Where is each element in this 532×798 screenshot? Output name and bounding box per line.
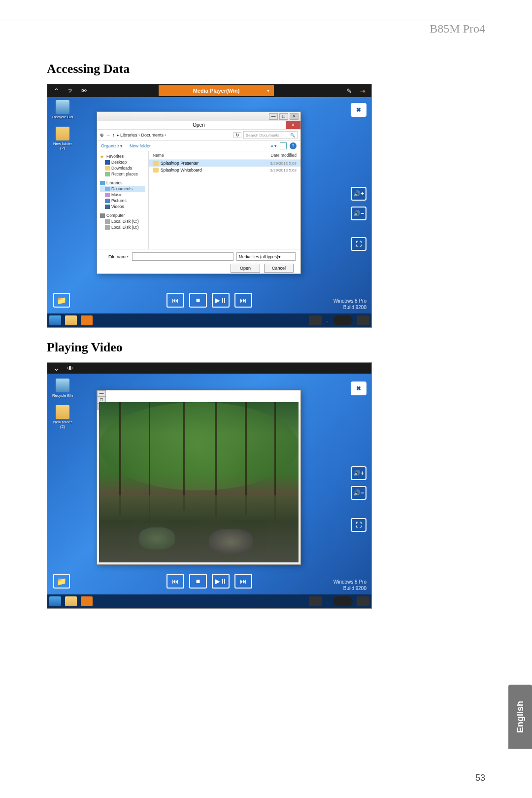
play-pause-button[interactable]: ▶⏸ [212,574,230,589]
dialog-footer: File name: Media files (all types) ▾ Ope… [97,249,300,276]
minimize-button[interactable]: — [269,113,278,120]
recycle-bin-icon[interactable]: Recycle Bin [50,379,75,398]
tree-computer[interactable]: Computer [100,212,145,218]
new-folder-label: New folder (2) [53,420,72,429]
tray-separator: - [324,318,331,323]
file-list: NameDate modified Splashtop Presenter3/2… [149,151,300,249]
screenshot-accessing-data: ⌃ ? 👁 Media Player(Win) ✎ ⇥ Recycle Bin … [47,84,372,328]
tree-local-c[interactable]: Local Disk (C:) [100,218,145,224]
play-pause-button[interactable]: ▶⏸ [212,293,230,308]
tree-recent[interactable]: Recent places [100,171,145,177]
header-rule [0,20,483,20]
breadcrumb[interactable]: ▸ Libraries › Documents › [117,133,232,138]
minimize-button[interactable]: — [97,390,106,397]
folder-icon [153,161,159,166]
tray-separator: - [324,599,331,604]
eye-icon[interactable]: 👁 [80,87,88,95]
volume-down-button[interactable]: 🔊− [351,207,366,220]
session-title[interactable]: Media Player(Win) [159,85,274,96]
tray-peek[interactable] [333,596,353,606]
keyboard-icon[interactable] [309,315,322,325]
file-type-select[interactable]: Media files (all types) ▾ [236,252,296,261]
explorer-icon[interactable] [65,315,77,325]
edit-icon[interactable]: ✎ [345,87,353,95]
product-name: B85M Pro4 [430,22,485,35]
open-button[interactable]: Open [231,264,260,273]
help-icon[interactable]: ? [66,87,74,95]
stop-button[interactable]: ■ [189,293,207,308]
cancel-button[interactable]: Cancel [264,264,294,273]
eye-icon[interactable]: 👁 [66,364,74,372]
tree-favorites[interactable]: ★Favorites [100,153,145,159]
back-icon[interactable]: ⊕ [100,133,104,138]
tree-pictures[interactable]: Pictures [100,198,145,204]
file-row[interactable]: Splashtop Presenter3/29/2013 5:08 [149,160,300,167]
ie-icon[interactable] [49,315,61,325]
tree-downloads[interactable]: Downloads [100,165,145,171]
volume-up-button[interactable]: 🔊+ [351,466,366,480]
tray-keyboard-icon[interactable] [357,596,369,606]
close-button-outer[interactable]: × [290,113,299,120]
new-folder-icon[interactable]: New folder (2) [50,405,75,429]
tree-documents[interactable]: Documents [100,186,145,192]
file-name-label: File name: [102,254,129,259]
close-session-button[interactable]: ✖ [351,382,366,395]
open-folder-button[interactable]: 📁 [53,574,70,589]
recycle-bin-icon[interactable]: Recycle Bin [50,100,75,119]
volume-down-button[interactable]: 🔊− [351,486,366,500]
file-row[interactable]: Splashtop Whiteboard3/29/2013 5:08 [149,167,300,173]
organize-menu[interactable]: Organize ▾ [101,143,123,148]
preview-pane-icon[interactable] [280,142,287,149]
close-session-button[interactable]: ✖ [351,103,366,117]
exit-icon[interactable]: ⇥ [359,87,366,95]
view-menu-icon[interactable]: ≡ ▾ [270,143,277,148]
dialog-close-button[interactable]: × [286,121,300,129]
next-track-button[interactable]: ⏭ [234,574,252,589]
media-player-icon[interactable] [81,315,93,325]
maximize-button[interactable]: □ [279,113,288,120]
window-controls: — □ × [97,112,300,121]
windows-watermark: Windows 8 ProBuild 9200 [333,298,366,311]
next-track-button[interactable]: ⏭ [234,293,252,308]
section-playing-video: Playing Video [47,340,488,355]
video-window: — □ × [97,390,301,565]
media-controls: ⏮ ■ ▶⏸ ⏭ [166,293,252,308]
ie-icon[interactable] [49,596,61,606]
refresh-icon[interactable]: ↻ [233,132,241,138]
volume-up-button[interactable]: 🔊+ [351,187,366,201]
stop-button[interactable]: ■ [189,574,207,589]
forward-icon[interactable]: → [106,133,110,138]
tree-desktop[interactable]: Desktop [100,159,145,165]
fullscreen-button[interactable]: ⛶ [351,518,366,532]
dialog-toolbar: Organize ▾ New folder ≡ ▾ ? [97,141,300,151]
up-icon[interactable]: ↑ [112,133,115,138]
language-tab: English [508,685,532,749]
list-header[interactable]: NameDate modified [149,151,300,160]
collapse-icon[interactable]: ⌃ [52,87,60,95]
dialog-title-bar: Open × [97,121,300,130]
expand-icon[interactable]: ⌄ [52,364,60,372]
media-player-icon[interactable] [81,596,93,606]
tree-music[interactable]: Music [100,192,145,198]
remote-topbar: ⌃ ? 👁 Media Player(Win) ✎ ⇥ [47,84,371,97]
tree-local-d[interactable]: Local Disk (D:) [100,224,145,230]
dialog-help-icon[interactable]: ? [290,142,297,149]
new-folder-label: New folder (2) [53,141,72,150]
prev-track-button[interactable]: ⏮ [166,293,184,308]
dialog-body: ★Favorites Desktop Downloads Recent plac… [97,151,300,249]
explorer-icon[interactable] [65,596,77,606]
remote-topbar-2: ⌄ 👁 [47,363,371,374]
file-name-input[interactable] [132,252,233,261]
prev-track-button[interactable]: ⏮ [166,574,184,589]
tray-peek[interactable] [333,315,353,325]
search-input[interactable]: Search Documents🔍 [243,131,298,139]
recycle-bin-label: Recycle Bin [52,393,73,398]
open-folder-button[interactable]: 📁 [53,293,70,308]
tray-keyboard-icon[interactable] [357,315,369,325]
keyboard-icon[interactable] [309,596,322,606]
new-folder-icon[interactable]: New folder (2) [50,127,75,150]
fullscreen-button[interactable]: ⛶ [351,237,366,251]
tree-libraries[interactable]: Libraries [100,180,145,186]
tree-videos[interactable]: Videos [100,204,145,209]
new-folder-button[interactable]: New folder [130,143,151,148]
